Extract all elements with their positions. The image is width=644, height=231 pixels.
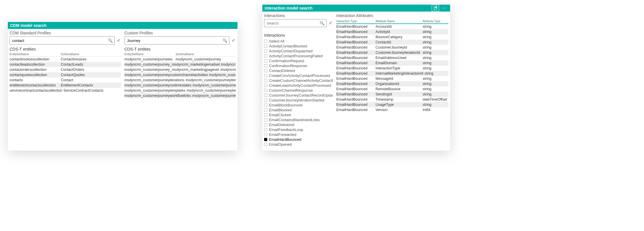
- table-row[interactable]: EmailHardBouncedOrganizationIdstring: [336, 81, 448, 86]
- table-row[interactable]: contactsContact: [10, 77, 121, 83]
- table-row[interactable]: EmailHardBouncedCustomerJourneyIdstring: [336, 45, 448, 50]
- table-row[interactable]: EmailHardBouncedInteractionTypestring: [336, 66, 448, 71]
- checkbox-icon[interactable]: [264, 99, 267, 102]
- table-row[interactable]: msdyncrm_customerjourneycustomchannelact…: [125, 72, 236, 77]
- entity-set-name: msdyncrm_customerjourneies: [125, 57, 176, 62]
- table-row[interactable]: EmailHardBouncedEmailDomainstring: [336, 60, 448, 66]
- table-row[interactable]: msdyncrm_customerjourneiesmsdyncrm_custo…: [125, 57, 236, 62]
- interaction-item[interactable]: CustomerJourneyContactRecordUpdated: [264, 93, 333, 98]
- table-row[interactable]: msdyncrm_customerjourneyiterationsmsdync…: [125, 77, 236, 83]
- interactions-search-input[interactable]: [266, 21, 320, 26]
- checkbox-icon[interactable]: [264, 84, 267, 87]
- interaction-item-label: EmailOpened: [269, 142, 292, 147]
- popout-icon[interactable]: [432, 5, 439, 11]
- table-row[interactable]: entitlementcontactscollectionEntitlement…: [10, 83, 121, 88]
- attribute-name: OrganizationId: [376, 81, 423, 86]
- checkbox-icon[interactable]: [264, 138, 267, 141]
- interaction-item[interactable]: EmailBlocked: [264, 108, 333, 112]
- checkbox-icon[interactable]: [264, 64, 267, 67]
- panel-title: CDM model search: [10, 23, 235, 28]
- interaction-item[interactable]: Select All: [264, 39, 333, 44]
- table-row[interactable]: EmailHardBouncedBounceCategorystring: [336, 34, 448, 40]
- interaction-item[interactable]: ContactDeleted: [264, 68, 333, 73]
- entity-set-name: contactinvoicescollection: [10, 57, 61, 62]
- table-row[interactable]: EmailHardBouncedContactIdstring: [336, 40, 448, 45]
- checkbox-icon[interactable]: [264, 49, 267, 53]
- eraser-icon[interactable]: ✐: [328, 21, 333, 25]
- table-row[interactable]: msdyncrm_customerjourney_msdyncrm_market…: [125, 67, 236, 72]
- checkbox-icon[interactable]: [264, 89, 267, 92]
- table-row[interactable]: EmailHardBouncedActivityIdstring: [336, 29, 448, 34]
- table-row[interactable]: EmailHardBouncedTimestampdateTimeOffset: [336, 97, 448, 102]
- interaction-item[interactable]: EmailContainsBlacklistedLinks: [264, 117, 333, 122]
- checkbox-icon[interactable]: [264, 40, 267, 43]
- interaction-item-label: CustomerJourneyContactRecordUpdated: [269, 93, 333, 97]
- interaction-item[interactable]: CustomChannelResponse: [264, 88, 333, 93]
- table-row[interactable]: msdyncrm_customerjourney_msdyncrm_market…: [125, 62, 236, 67]
- table-row[interactable]: EmailHardBouncedRemoteBouncestring: [336, 86, 448, 92]
- interaction-item[interactable]: EmailDelivered: [264, 122, 333, 127]
- interaction-item[interactable]: EmailOpened: [264, 142, 333, 147]
- interaction-item[interactable]: ConfirmationResponse: [264, 63, 333, 68]
- interaction-item[interactable]: CreateCrmActivityContactProcessed: [264, 73, 333, 78]
- checkbox-icon[interactable]: [264, 94, 267, 97]
- std-search-input[interactable]: [12, 38, 108, 43]
- checkbox-icon[interactable]: [264, 108, 267, 112]
- table-row[interactable]: msdyncrm_customerjourneytemplatesmsdyncr…: [125, 88, 236, 93]
- table-row[interactable]: EmailHardBouncedInternalMarketingInterac…: [336, 71, 448, 76]
- checkbox-icon[interactable]: [264, 128, 267, 131]
- table-row[interactable]: EmailHardBouncedSendingIdstring: [336, 92, 448, 97]
- custom-search-input[interactable]: [127, 38, 223, 43]
- table-row[interactable]: servicecontractcontactscollectionService…: [10, 88, 121, 93]
- attribute-type: int64: [423, 107, 448, 112]
- interaction-item[interactable]: ActivityContactBlocked: [264, 44, 333, 49]
- table-row[interactable]: EmailHardBouncedAccountIdstring: [336, 24, 448, 29]
- interaction-item-label: EmailContainsBlacklistedLinks: [269, 118, 320, 122]
- checkbox-icon[interactable]: [264, 45, 267, 48]
- interaction-item[interactable]: CustomerJourneyIterationStarted: [264, 98, 333, 103]
- interaction-item[interactable]: EmailFeedbackLoop: [264, 127, 333, 132]
- custom-search-box[interactable]: 🔍: [125, 36, 230, 45]
- table-row[interactable]: msdyncrm_customerjourneyruntimestatesmsd…: [125, 83, 236, 88]
- interaction-item[interactable]: EmailHardBounced: [264, 137, 333, 142]
- search-icon: 🔍: [320, 21, 324, 25]
- table-row[interactable]: msdyncrm_customerjourneyworkflowlinksmsd…: [125, 93, 236, 98]
- interaction-item[interactable]: CreateCustomChannelActivityContactProc..…: [264, 78, 333, 83]
- table-row[interactable]: contactleadscollectionContactLeads: [10, 62, 121, 67]
- interaction-item[interactable]: EmailForwarded: [264, 132, 333, 137]
- checkbox-icon[interactable]: [264, 123, 267, 126]
- checkbox-icon[interactable]: [264, 118, 267, 121]
- interaction-item[interactable]: ConfirmationRequest: [264, 58, 333, 63]
- checkbox-icon[interactable]: [264, 54, 267, 58]
- checkbox-icon[interactable]: [264, 133, 267, 136]
- table-row[interactable]: EmailHardBouncedMessageIdstring: [336, 76, 448, 81]
- eraser-icon[interactable]: ✐: [116, 38, 121, 43]
- table-row[interactable]: contactquotescollectionContactQuotes: [10, 72, 121, 77]
- panel-header: CDM model search: [8, 22, 237, 29]
- table-row[interactable]: contactorderscollectionContactOrders: [10, 67, 121, 72]
- interactions-search-box[interactable]: 🔍: [264, 19, 326, 27]
- table-row[interactable]: EmailHardBouncedUsageTypestring: [336, 102, 448, 107]
- table-row[interactable]: EmailHardBouncedEmailAddressUsedstring: [336, 55, 448, 60]
- checkbox-icon[interactable]: [264, 74, 267, 77]
- table-row[interactable]: EmailHardBouncedVersionint64: [336, 107, 448, 112]
- interaction-item[interactable]: ActivityContactProcessingFailed: [264, 53, 333, 58]
- interaction-item[interactable]: EmailBlockBounced: [264, 103, 333, 108]
- checkbox-icon[interactable]: [264, 143, 267, 146]
- eraser-icon[interactable]: ✐: [231, 38, 236, 43]
- more-icon[interactable]: ···: [440, 5, 448, 11]
- interaction-item[interactable]: ActivityContactDispatched: [264, 49, 333, 53]
- interaction-item[interactable]: CreateLeadActivityContactProcessed: [264, 83, 333, 88]
- checkbox-icon[interactable]: [264, 69, 267, 72]
- std-search-box[interactable]: 🔍: [10, 36, 115, 45]
- attribute-name: UsageType: [376, 102, 423, 107]
- checkbox-icon[interactable]: [264, 59, 267, 62]
- interaction-type: EmailHardBounced: [336, 40, 376, 45]
- checkbox-icon[interactable]: [264, 79, 267, 82]
- checkbox-icon[interactable]: [264, 113, 267, 117]
- table-row[interactable]: contactinvoicescollectionContactInvoices: [10, 57, 121, 62]
- checkbox-icon[interactable]: [264, 104, 267, 107]
- interaction-type: EmailHardBounced: [336, 29, 376, 34]
- interaction-item[interactable]: EmailClicked: [264, 112, 333, 117]
- table-row[interactable]: EmailHardBouncedCustomerJourneyIteration…: [336, 50, 448, 55]
